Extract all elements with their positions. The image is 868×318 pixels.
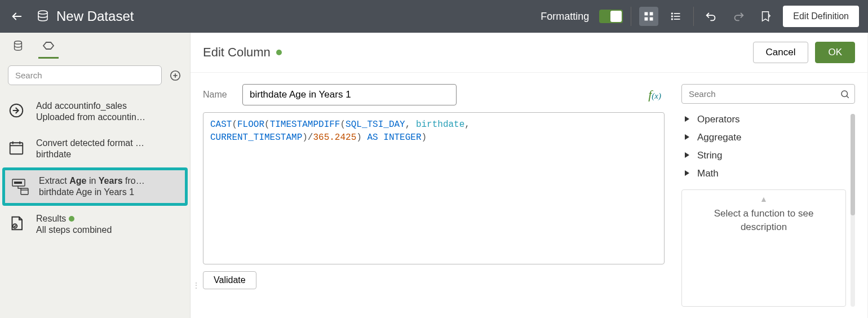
svg-marker-35 — [685, 116, 689, 122]
svg-rect-29 — [14, 182, 22, 184]
step-title: Extract Age in Years fro… — [39, 176, 179, 186]
step-title: Add accountinfo_sales — [36, 101, 182, 111]
chevron-right-icon — [684, 116, 692, 123]
add-step-icon[interactable] — [169, 69, 182, 82]
page-title: New Dataset — [56, 8, 134, 24]
step-title: Results — [36, 214, 182, 224]
step-subtitle: birthdate Age in Years 1 — [39, 187, 179, 197]
description-text: Select a function to see description — [693, 207, 834, 234]
svg-point-10 — [672, 16, 673, 17]
function-description-box: ▲ Select a function to see description — [681, 189, 846, 307]
dirty-indicator-icon — [69, 216, 74, 222]
svg-rect-3 — [650, 12, 653, 16]
expression-editor[interactable]: CAST(FLOOR(TIMESTAMPDIFF(SQL_TSI_DAY, bi… — [203, 112, 665, 264]
svg-point-11 — [672, 19, 673, 20]
step-item-convert-format[interactable]: Convert detected format … birthdate — [0, 130, 190, 167]
step-item-add-source[interactable]: Add accountinfo_sales Uploaded from acco… — [0, 93, 190, 130]
step-subtitle: Uploaded from accountin… — [36, 112, 182, 122]
fx-icon[interactable]: f(x) — [648, 87, 665, 102]
function-category[interactable]: String — [684, 150, 846, 161]
results-icon — [8, 215, 28, 235]
validate-button[interactable]: Validate — [203, 271, 256, 289]
panel-title: Edit Column — [203, 45, 282, 60]
chevron-right-icon — [684, 170, 692, 178]
category-label: String — [697, 150, 722, 161]
sidebar: Add accountinfo_sales Uploaded from acco… — [0, 33, 191, 318]
sidebar-tab-steps-icon[interactable] — [38, 34, 59, 59]
function-search-wrap — [681, 84, 855, 104]
separator — [693, 7, 694, 26]
redo-icon — [729, 7, 748, 26]
chevron-right-icon — [684, 152, 692, 160]
column-name-input[interactable] — [242, 84, 457, 105]
svg-point-33 — [842, 91, 848, 97]
calendar-icon — [8, 139, 28, 160]
function-search-input[interactable] — [682, 85, 835, 103]
category-label: Math — [697, 168, 719, 179]
step-subtitle: birthdate — [36, 149, 182, 160]
sidebar-tab-sources-icon[interactable] — [8, 34, 28, 59]
formatting-toggle[interactable] — [599, 10, 623, 23]
arrow-right-circle-icon — [8, 102, 28, 122]
search-icon[interactable] — [835, 89, 854, 99]
svg-point-12 — [15, 41, 22, 45]
database-icon — [35, 8, 51, 24]
undo-icon[interactable] — [702, 7, 721, 26]
svg-line-34 — [847, 96, 849, 98]
svg-point-1 — [38, 11, 47, 14]
scrollbar[interactable] — [851, 114, 855, 307]
view-list-icon[interactable] — [666, 7, 685, 26]
svg-rect-18 — [10, 143, 23, 154]
step-subtitle: All steps combined — [36, 225, 182, 235]
ok-button[interactable]: OK — [815, 42, 855, 63]
chevron-right-icon — [684, 134, 692, 142]
view-grid-icon[interactable] — [639, 7, 658, 26]
main-panel: Edit Column Cancel OK ⋮⋮ Name f(x) CAST(… — [191, 33, 868, 318]
step-item-results[interactable]: Results All steps combined — [0, 206, 190, 243]
formatting-label: Formatting — [541, 11, 589, 23]
bookmark-icon[interactable] — [756, 7, 775, 26]
scrollbar-thumb[interactable] — [851, 114, 855, 215]
step-item-extract-age[interactable]: Extract Age in Years fro… birthdate Age … — [2, 167, 188, 206]
function-category[interactable]: Aggregate — [684, 132, 846, 143]
sidebar-search-input[interactable] — [8, 65, 162, 85]
extract-date-icon — [11, 177, 31, 197]
name-label: Name — [203, 90, 234, 100]
function-category[interactable]: Operators — [684, 114, 846, 125]
svg-marker-37 — [685, 152, 689, 158]
category-label: Operators — [697, 114, 740, 125]
chevron-up-icon[interactable]: ▲ — [760, 195, 768, 204]
svg-rect-30 — [21, 188, 28, 195]
back-icon[interactable] — [9, 8, 25, 24]
step-title: Convert detected format … — [36, 138, 182, 148]
separator — [631, 7, 631, 26]
edit-definition-button[interactable]: Edit Definition — [783, 6, 859, 27]
topbar: New Dataset Formatting Edit Definition — [0, 0, 868, 33]
svg-marker-38 — [685, 170, 689, 176]
function-category-list: OperatorsAggregateStringMath — [681, 114, 846, 179]
dirty-indicator-icon — [276, 50, 282, 55]
svg-rect-5 — [650, 17, 653, 21]
svg-point-9 — [672, 13, 673, 14]
category-label: Aggregate — [697, 132, 741, 143]
svg-rect-4 — [645, 17, 648, 21]
function-category[interactable]: Math — [684, 168, 846, 179]
cancel-button[interactable]: Cancel — [753, 42, 809, 63]
svg-rect-2 — [645, 12, 648, 16]
svg-marker-36 — [685, 134, 689, 140]
